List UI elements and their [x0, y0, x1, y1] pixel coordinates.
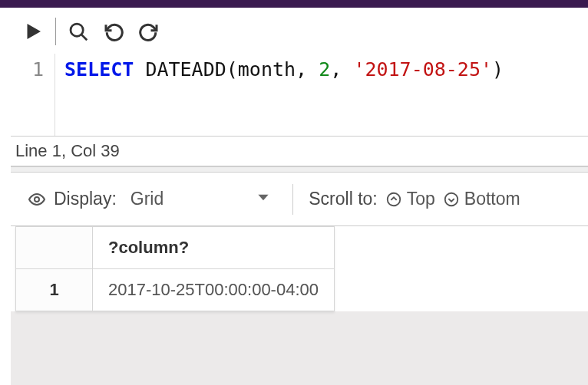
display-mode-value: Grid: [130, 189, 164, 209]
chevron-down-icon: [256, 189, 271, 209]
table-row[interactable]: 1 2017-10-25T00:00:00-04:00: [16, 269, 335, 311]
sql-editor[interactable]: 1 SELECT DATEADD(month, 2, '2017-08-25'): [11, 54, 588, 137]
sql-arg-number: 2: [319, 58, 330, 81]
display-label: Display:: [54, 189, 117, 209]
undo-button[interactable]: [97, 15, 130, 48]
column-header[interactable]: ?column?: [93, 227, 335, 269]
main-container: 1 SELECT DATEADD(month, 2, '2017-08-25')…: [0, 8, 588, 385]
svg-point-4: [445, 192, 458, 206]
svg-point-0: [71, 24, 83, 36]
svg-point-2: [35, 197, 39, 202]
sql-arg-string: '2017-08-25': [353, 58, 492, 81]
scroll-top-label: Top: [407, 189, 435, 209]
scroll-to-label: Scroll to:: [309, 189, 377, 209]
eye-icon: [28, 190, 46, 209]
sql-arg-month: month: [238, 58, 296, 81]
results-grid[interactable]: ?column? 1 2017-10-25T00:00:00-04:00: [15, 226, 335, 311]
toolbar-separator: [292, 184, 293, 215]
comma: ,: [330, 58, 342, 81]
editor-toolbar: [11, 8, 588, 54]
cell-value[interactable]: 2017-10-25T00:00:00-04:00: [93, 269, 335, 311]
paren-close: ): [492, 58, 504, 81]
comma: ,: [296, 58, 307, 81]
sql-keyword: SELECT: [64, 58, 134, 81]
grid-corner: [16, 227, 93, 269]
paren-open: (: [226, 58, 238, 81]
window-header-bar: [0, 0, 588, 8]
search-button[interactable]: [62, 15, 94, 48]
code-content[interactable]: SELECT DATEADD(month, 2, '2017-08-25'): [55, 54, 504, 136]
svg-line-1: [81, 35, 87, 40]
cursor-status: Line 1, Col 39: [11, 137, 588, 166]
row-number: 1: [16, 269, 93, 311]
svg-point-3: [388, 192, 401, 206]
display-mode-dropdown[interactable]: Grid: [124, 187, 277, 211]
scroll-top-button[interactable]: Top: [385, 189, 435, 209]
line-number: 1: [32, 58, 44, 81]
line-gutter: 1: [11, 54, 55, 136]
run-query-button[interactable]: [17, 15, 49, 48]
results-area: ?column? 1 2017-10-25T00:00:00-04:00: [11, 226, 588, 311]
results-toolbar: Display: Grid Scroll to: Top Bottom: [11, 173, 588, 226]
empty-results-area: [11, 311, 588, 385]
toolbar-separator: [55, 18, 56, 45]
scroll-bottom-label: Bottom: [464, 189, 520, 209]
table-header-row: ?column?: [16, 227, 335, 269]
scroll-bottom-button[interactable]: Bottom: [443, 189, 520, 209]
redo-button[interactable]: [133, 15, 165, 48]
sql-function: DATEADD: [145, 58, 226, 81]
panel-divider[interactable]: [11, 166, 588, 173]
